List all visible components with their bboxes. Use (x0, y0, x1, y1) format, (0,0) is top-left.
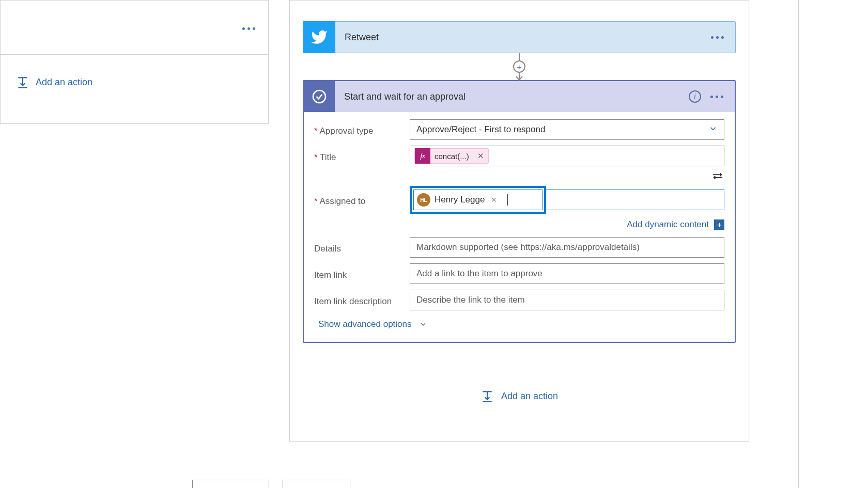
item-link-desc-input[interactable] (410, 290, 724, 310)
flow-connector: + (303, 53, 736, 80)
retweet-action-card[interactable]: Retweet (303, 21, 736, 53)
show-advanced-label: Show advanced options (318, 319, 412, 329)
person-name: Henry Legge (435, 195, 485, 205)
text-caret (507, 194, 508, 206)
field-item-link: Item link (314, 263, 724, 284)
field-details: Details (314, 237, 724, 258)
insert-step-button[interactable]: + (513, 60, 525, 73)
approval-type-select[interactable]: Approve/Reject - First to respond (410, 119, 724, 140)
add-action-label: Add an action (501, 391, 558, 402)
approval-card-header[interactable]: Start and wait for an approval i (304, 81, 735, 112)
assigned-to-input-extension[interactable] (546, 190, 724, 210)
show-advanced-options-button[interactable]: Show advanced options (314, 316, 431, 333)
details-input[interactable] (410, 237, 724, 258)
title-input[interactable]: fx concat(...) ✕ (410, 146, 724, 166)
chevron-down-icon (419, 320, 427, 328)
approval-icon (304, 81, 335, 112)
add-action-label: Add an action (36, 77, 92, 88)
more-icon[interactable] (711, 36, 724, 39)
field-title: Title fx concat(...) ✕ (314, 146, 724, 166)
svg-point-0 (313, 90, 326, 103)
fx-icon: fx (415, 148, 430, 164)
title-label: Title (314, 149, 410, 163)
chevron-down-icon (708, 124, 718, 136)
arrow-down-icon (516, 76, 523, 81)
expression-token-label: concat(...) (430, 152, 473, 161)
swap-mode-button[interactable] (314, 172, 724, 183)
add-action-button[interactable]: Add an action (1, 55, 268, 89)
new-step-button[interactable]: + New step (192, 480, 269, 488)
approval-action-card: Start and wait for an approval i Approva… (303, 80, 736, 343)
assigned-to-highlight: HL Henry Legge ✕ (410, 186, 546, 214)
left-branch-card: Add an action (0, 0, 269, 124)
assigned-to-input[interactable]: HL Henry Legge ✕ (413, 190, 542, 210)
left-card-header (1, 1, 268, 55)
approval-card-body: Approval type Approve/Reject - First to … (304, 112, 735, 342)
avatar: HL (417, 193, 430, 207)
twitter-icon (303, 21, 335, 53)
approval-title: Start and wait for an approval (335, 91, 689, 102)
main-branch-container: Retweet + Start and wait for an approval… (289, 0, 749, 442)
assigned-to-label: Assigned to (314, 193, 410, 207)
retweet-title: Retweet (335, 32, 711, 43)
field-assigned-to: Assigned to HL Henry Legge ✕ (314, 186, 724, 214)
more-icon[interactable] (710, 96, 723, 98)
field-approval-type: Approval type Approve/Reject - First to … (314, 119, 724, 140)
expression-token[interactable]: fx concat(...) ✕ (414, 148, 489, 164)
remove-token-icon[interactable]: ✕ (473, 151, 488, 161)
add-action-icon (481, 389, 494, 403)
item-link-label: Item link (314, 267, 410, 280)
add-action-icon (16, 75, 29, 89)
details-label: Details (314, 241, 410, 254)
approval-type-value: Approve/Reject - First to respond (416, 124, 545, 135)
field-item-link-description: Item link description (314, 290, 724, 310)
item-link-input[interactable] (410, 263, 724, 284)
plus-icon: ＋ (714, 219, 724, 230)
more-icon[interactable] (242, 27, 255, 30)
approval-type-label: Approval type (314, 123, 410, 136)
add-dynamic-content-label: Add dynamic content (627, 219, 709, 230)
add-action-button[interactable]: Add an action (303, 389, 736, 403)
right-panel-divider (798, 0, 799, 488)
remove-person-icon[interactable]: ✕ (489, 196, 499, 204)
info-icon[interactable]: i (689, 90, 701, 103)
item-link-desc-label: Item link description (314, 293, 410, 307)
person-chip[interactable]: HL Henry Legge ✕ (417, 192, 499, 208)
add-dynamic-content-button[interactable]: Add dynamic content ＋ (314, 219, 724, 230)
save-button[interactable]: Save (283, 480, 350, 488)
